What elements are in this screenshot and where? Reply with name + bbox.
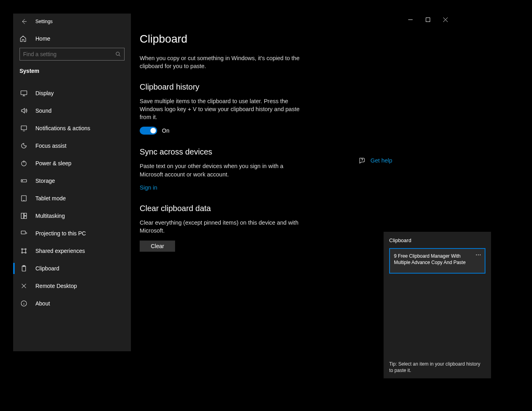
sidebar-header: Settings	[13, 14, 131, 29]
svg-point-8	[21, 249, 23, 250]
nav-label: Notifications & actions	[35, 125, 90, 131]
svg-point-10	[21, 252, 23, 253]
clipboard-history-item[interactable]: ⋯ 9 Free Clipboard Manager With Multiple…	[389, 248, 485, 274]
svg-point-5	[22, 180, 23, 181]
nav-tablet[interactable]: Tablet mode	[13, 190, 131, 207]
nav-label: Remote Desktop	[35, 283, 77, 289]
sync-heading: Sync across devices	[140, 147, 303, 157]
home-icon	[19, 35, 28, 42]
nav-storage[interactable]: Storage	[13, 172, 131, 190]
history-toggle[interactable]	[140, 127, 157, 135]
svg-rect-2	[21, 126, 27, 130]
svg-rect-15	[426, 18, 430, 22]
notifications-icon	[19, 125, 28, 132]
clear-heading: Clear clipboard data	[140, 204, 303, 213]
nav-label: Shared experiences	[35, 248, 85, 254]
storage-icon	[19, 177, 28, 184]
display-icon	[19, 90, 28, 97]
section-title: System	[13, 65, 131, 81]
nav-label: Projecting to this PC	[35, 230, 86, 237]
svg-point-9	[25, 249, 26, 250]
history-toggle-state: On	[162, 127, 170, 134]
clear-desc: Clear everything (except pinned items) o…	[140, 219, 303, 235]
home-label: Home	[35, 35, 50, 42]
nav-list: Display Sound Notifications & actions Fo…	[13, 81, 131, 312]
section-history: Clipboard history Save multiple items to…	[140, 82, 303, 135]
sync-desc: Paste text on your other devices when yo…	[140, 162, 303, 178]
nav-multitasking[interactable]: Multitasking	[13, 207, 131, 225]
search-box[interactable]	[19, 48, 125, 61]
back-arrow-icon[interactable]	[20, 18, 27, 25]
nav-power[interactable]: Power & sleep	[13, 155, 131, 172]
nav-remote[interactable]: Remote Desktop	[13, 277, 131, 295]
titlebar	[401, 14, 454, 26]
nav-about[interactable]: About	[13, 295, 131, 312]
help-icon	[359, 157, 366, 164]
svg-rect-1	[21, 91, 27, 95]
nav-display[interactable]: Display	[13, 84, 131, 102]
tablet-icon	[19, 195, 28, 202]
about-icon	[19, 300, 28, 307]
clip-item-text: 9 Free Clipboard Manager With Multiple A…	[394, 253, 466, 265]
home-nav[interactable]: Home	[13, 29, 131, 48]
nav-label: Storage	[35, 178, 55, 184]
body-col: When you copy or cut something in Window…	[140, 54, 303, 264]
nav-focus-assist[interactable]: Focus assist	[13, 137, 131, 155]
power-icon	[19, 160, 28, 167]
search-wrap	[13, 48, 131, 65]
minimize-button[interactable]	[401, 14, 419, 25]
maximize-button[interactable]	[419, 14, 437, 25]
nav-clipboard[interactable]: Clipboard	[13, 260, 131, 277]
svg-point-0	[116, 52, 119, 55]
svg-rect-7	[21, 231, 25, 234]
focus-icon	[19, 142, 28, 149]
history-heading: Clipboard history	[140, 82, 303, 92]
nav-shared[interactable]: Shared experiences	[13, 242, 131, 260]
page-title: Clipboard	[140, 33, 454, 45]
clipboard-flyout: Clipboard ⋯ 9 Free Clipboard Manager Wit…	[384, 232, 491, 378]
sidebar: Settings Home System Display	[13, 14, 131, 351]
app-title: Settings	[35, 19, 53, 24]
shared-icon	[19, 247, 28, 254]
multitask-icon	[19, 212, 28, 219]
clear-button[interactable]: Clear	[140, 241, 175, 252]
sound-icon	[19, 107, 28, 114]
flyout-title: Clipboard	[389, 237, 485, 243]
nav-label: Tablet mode	[35, 195, 66, 202]
remote-icon	[19, 282, 28, 290]
projecting-icon	[19, 230, 28, 237]
nav-label: Focus assist	[35, 143, 66, 149]
nav-label: About	[35, 300, 50, 307]
nav-projecting[interactable]: Projecting to this PC	[13, 225, 131, 242]
toggle-knob	[150, 128, 156, 133]
nav-label: Clipboard	[35, 265, 59, 272]
nav-label: Display	[35, 90, 54, 96]
history-desc: Save multiple items to the clipboard to …	[140, 97, 303, 121]
search-icon	[115, 51, 121, 57]
clip-item-menu-icon[interactable]: ⋯	[475, 251, 481, 259]
nav-sound[interactable]: Sound	[13, 102, 131, 119]
help-link[interactable]: Get help	[370, 157, 392, 164]
section-clear: Clear clipboard data Clear everything (e…	[140, 204, 303, 252]
svg-point-11	[25, 252, 26, 253]
close-button[interactable]	[437, 14, 454, 25]
nav-label: Multitasking	[35, 213, 65, 219]
section-sync: Sync across devices Paste text on your o…	[140, 147, 303, 191]
clipboard-icon	[19, 265, 28, 272]
nav-label: Sound	[35, 108, 51, 114]
flyout-tip: Tip: Select an item in your clipboard hi…	[389, 361, 485, 374]
search-input[interactable]	[23, 51, 115, 57]
nav-notifications[interactable]: Notifications & actions	[13, 119, 131, 137]
page-intro: When you copy or cut something in Window…	[140, 54, 303, 70]
history-toggle-row: On	[140, 127, 303, 135]
sign-in-link[interactable]: Sign in	[140, 184, 157, 191]
nav-label: Power & sleep	[35, 160, 71, 166]
